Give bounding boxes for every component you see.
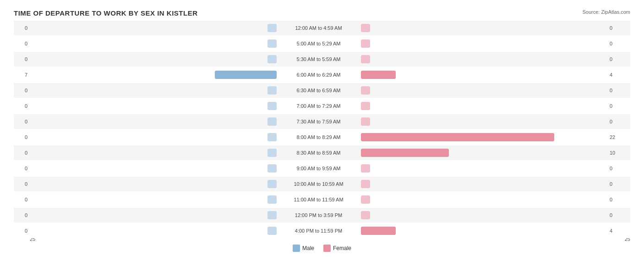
male-side [30,192,278,207]
right-value: 0 [607,41,630,46]
legend: Male Female [14,245,630,252]
female-side [360,130,608,145]
male-side [30,83,278,98]
bar-row: 0 7:00 AM to 7:29 AM 0 [14,99,630,113]
right-value: 4 [607,228,630,234]
chart-area: 0 12:00 AM to 4:59 AM 0 0 5:00 AM to 5:2… [14,21,630,234]
male-bar [215,71,276,79]
female-bar [361,24,370,32]
female-side [360,99,608,113]
female-bar [361,164,370,173]
female-side [360,223,608,238]
male-side [30,145,278,160]
female-side [360,192,608,207]
male-side [30,67,278,82]
female-bar [361,117,370,126]
male-bar [267,180,277,188]
time-label: 12:00 AM to 4:59 AM [278,25,360,31]
male-side [30,114,278,129]
female-side [360,161,608,176]
left-value: 0 [14,103,30,109]
left-value: 0 [14,150,30,156]
time-label: 11:00 AM to 11:59 AM [278,197,360,202]
right-value: 0 [607,103,630,109]
right-value: 22 [607,134,630,140]
right-value: 4 [607,72,630,78]
bar-row: 0 11:00 AM to 11:59 AM 0 [14,192,630,207]
male-legend-label: Male [302,245,314,251]
time-label: 7:30 AM to 7:59 AM [278,119,360,124]
time-label: 9:00 AM to 9:59 AM [278,166,360,171]
female-bar [361,71,396,79]
left-value: 0 [14,166,30,171]
male-bar [267,39,277,48]
female-bar [361,227,396,235]
time-label: 12:00 PM to 3:59 PM [278,212,360,218]
male-bar [267,164,277,173]
male-bar [267,227,277,235]
male-bar [267,117,277,126]
bar-row: 0 9:00 AM to 9:59 AM 0 [14,161,630,176]
female-bar [361,55,370,63]
bar-row: 0 7:30 AM to 7:59 AM 0 [14,114,630,129]
male-side [30,130,278,145]
male-bar [267,149,277,157]
time-label: 4:00 PM to 11:59 PM [278,228,360,234]
time-label: 7:00 AM to 7:29 AM [278,103,360,109]
time-label: 6:30 AM to 6:59 AM [278,88,360,93]
female-side [360,52,608,67]
female-bar [361,149,449,157]
right-value: 10 [607,150,630,156]
female-side [360,67,608,82]
female-side [360,114,608,129]
female-side [360,36,608,51]
male-side [30,52,278,67]
left-value: 0 [14,134,30,140]
female-bar [361,39,370,48]
right-value: 0 [607,166,630,171]
right-value: 0 [607,88,630,93]
time-label: 10:00 AM to 10:59 AM [278,181,360,187]
source-text: Source: ZipAtlas.com [582,9,630,15]
legend-female: Female [323,245,351,252]
time-label: 6:00 AM to 6:29 AM [278,72,360,78]
female-side [360,208,608,223]
male-bar [267,55,277,63]
female-side [360,21,608,35]
left-value: 0 [14,88,30,93]
bar-row: 0 6:30 AM to 6:59 AM 0 [14,83,630,98]
right-value: 0 [607,197,630,202]
left-value: 0 [14,119,30,124]
female-bar [361,133,554,141]
time-label: 5:00 AM to 5:29 AM [278,41,360,46]
left-value: 0 [14,25,30,31]
female-side [360,83,608,98]
male-bar [267,211,277,219]
chart-container: TIME OF DEPARTURE TO WORK BY SEX IN KIST… [0,0,644,273]
right-value: 0 [607,56,630,62]
male-bar [267,195,277,204]
left-value: 0 [14,228,30,234]
bar-row: 0 8:30 AM to 8:59 AM 10 [14,145,630,160]
right-value: 0 [607,212,630,218]
female-legend-box [323,245,331,252]
left-value: 0 [14,56,30,62]
male-legend-box [293,245,300,252]
male-bar [267,24,277,32]
male-side [30,161,278,176]
legend-male: Male [293,245,314,252]
bar-row: 0 10:00 AM to 10:59 AM 0 [14,177,630,191]
left-value: 7 [14,72,30,78]
male-side [30,208,278,223]
right-value: 0 [607,119,630,124]
right-value: 0 [607,25,630,31]
bar-row: 0 5:00 AM to 5:29 AM 0 [14,36,630,51]
left-value: 0 [14,212,30,218]
right-value: 0 [607,181,630,187]
male-side [30,223,278,238]
male-side [30,177,278,191]
female-bar [361,195,370,204]
bar-row: 0 8:00 AM to 8:29 AM 22 [14,130,630,145]
female-side [360,177,608,191]
bar-row: 7 6:00 AM to 6:29 AM 4 [14,67,630,82]
